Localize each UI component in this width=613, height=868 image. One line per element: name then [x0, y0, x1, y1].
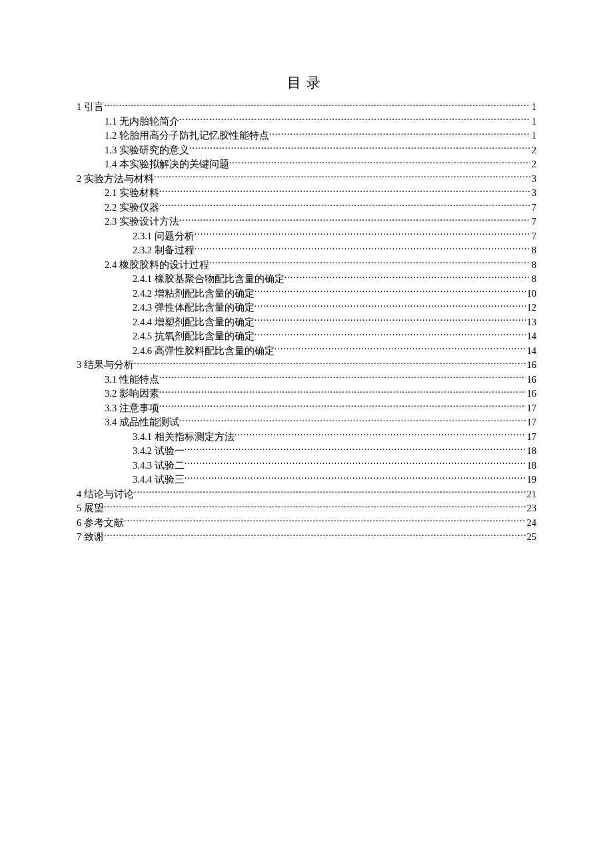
toc-entry-label: 2.4.6 高弹性胶料配比含量的确定	[133, 344, 275, 359]
toc-entry-page: 16	[526, 373, 537, 387]
toc-entry[interactable]: 2.1 实验材料 3	[105, 186, 536, 201]
toc-entry-page: 2	[530, 157, 536, 172]
toc-entry[interactable]: 2.2 实验仪器 7	[105, 201, 536, 215]
toc-leader-dots	[255, 287, 526, 297]
toc-entry-label: 2.4.1 橡胶基聚合物配比含量的确定	[133, 272, 285, 287]
toc-leader-dots	[269, 129, 530, 139]
toc-entry-page: 19	[526, 473, 537, 487]
toc-entry[interactable]: 1.1 无内胎轮简介 1	[105, 115, 536, 129]
toc-entry[interactable]: 7 致谢 25	[77, 530, 536, 545]
toc-entry-page: 1	[530, 129, 536, 143]
toc-entry[interactable]: 2.4.1 橡胶基聚合物配比含量的确定 8	[133, 272, 536, 287]
toc-entry-page: 23	[526, 501, 537, 516]
toc-entry-page: 8	[530, 258, 536, 273]
toc-entry-label: 3.1 性能特点	[105, 373, 159, 387]
toc-entry[interactable]: 2.4.6 高弹性胶料配比含量的确定 14	[133, 344, 536, 359]
toc-entry-page: 16	[526, 387, 537, 401]
toc-entry[interactable]: 2.3.2 制备过程 8	[133, 243, 536, 258]
toc-entry[interactable]: 2.3 实验设计方法 7	[105, 215, 536, 229]
toc-leader-dots	[209, 258, 530, 268]
toc-entry[interactable]: 3.4.1 相关指标测定方法 17	[133, 430, 536, 445]
toc-entry-page: 7	[530, 229, 536, 244]
toc-entry-page: 17	[526, 430, 537, 445]
toc-entry-page: 25	[526, 530, 537, 545]
toc-leader-dots	[255, 330, 526, 340]
toc-entry-page: 18	[526, 459, 537, 473]
toc-entry[interactable]: 1.3 实验研究的意义 2	[105, 143, 536, 158]
toc-entry[interactable]: 1.2 轮胎用高分子防扎记忆胶性能特点 1	[105, 129, 536, 143]
toc-leader-dots	[195, 229, 530, 239]
toc-leader-dots	[255, 301, 526, 311]
toc-entry-page: 17	[526, 401, 537, 416]
toc-leader-dots	[185, 473, 526, 483]
toc-entry[interactable]: 3.1 性能特点 16	[105, 373, 536, 387]
toc-entry[interactable]: 3.3 注意事项 17	[105, 401, 536, 416]
toc-leader-dots	[104, 502, 526, 512]
toc-entry-page: 12	[526, 301, 537, 315]
toc-entry[interactable]: 2 实验方法与材料 3	[77, 172, 536, 187]
toc-leader-dots	[159, 401, 526, 411]
toc-leader-dots	[154, 172, 530, 182]
toc-entry-label: 2.1 实验材料	[105, 186, 159, 201]
toc-entry-page: 3	[530, 172, 536, 187]
toc-entry[interactable]: 1.4 本实验拟解决的关键问题 2	[105, 157, 536, 172]
toc-entry-label: 2.2 实验仪器	[105, 201, 159, 215]
toc-entry[interactable]: 3.2 影响因素 16	[105, 387, 536, 401]
toc-entry[interactable]: 6 参考文献 24	[77, 516, 536, 531]
toc-leader-dots	[229, 158, 530, 168]
page-title: 目录	[77, 73, 536, 92]
toc-entry-label: 2.4 橡胶胶料的设计过程	[105, 258, 209, 273]
toc-entry-label: 1 引言	[77, 100, 104, 115]
toc-entry[interactable]: 2.4.2 增粘剂配比含量的确定 10	[133, 287, 536, 301]
toc-leader-dots	[275, 344, 526, 354]
toc-entry-page: 3	[530, 186, 536, 201]
toc-leader-dots	[104, 101, 530, 111]
toc-leader-dots	[285, 273, 530, 283]
toc-leader-dots	[134, 487, 526, 497]
toc-entry-page: 18	[526, 444, 537, 459]
toc-entry-page: 14	[526, 329, 537, 344]
toc-entry-label: 2.4.3 弹性体配比含量的确定	[133, 301, 255, 315]
table-of-contents: 1 引言 11.1 无内胎轮简介 11.2 轮胎用高分子防扎记忆胶性能特点 11…	[77, 100, 536, 545]
toc-entry[interactable]: 2.3.1 问题分析 7	[133, 229, 536, 244]
toc-leader-dots	[255, 315, 526, 325]
toc-entry[interactable]: 2.4.4 增塑剂配比含量的确定 13	[133, 315, 536, 330]
toc-entry[interactable]: 4 结论与讨论 21	[77, 487, 536, 502]
toc-entry-label: 2.4.4 增塑剂配比含量的确定	[133, 315, 255, 330]
toc-entry-label: 3.4 成品性能测试	[105, 415, 179, 430]
toc-entry[interactable]: 3 结果与分析 16	[77, 358, 536, 373]
toc-entry-label: 5 展望	[77, 501, 104, 516]
toc-entry-page: 21	[526, 487, 537, 502]
toc-entry-page: 2	[530, 143, 536, 158]
toc-entry[interactable]: 2.4 橡胶胶料的设计过程 8	[105, 258, 536, 273]
toc-entry-label: 2.3.1 问题分析	[133, 229, 195, 244]
toc-entry-label: 3.4.1 相关指标测定方法	[133, 430, 235, 445]
toc-entry-page: 16	[526, 358, 537, 373]
toc-leader-dots	[179, 416, 526, 426]
toc-entry[interactable]: 3.4.4 试验三 19	[133, 473, 536, 487]
toc-entry-label: 3.2 影响因素	[105, 387, 159, 401]
toc-entry[interactable]: 3.4.3 试验二 18	[133, 459, 536, 473]
toc-entry[interactable]: 2.4.3 弹性体配比含量的确定 12	[133, 301, 536, 315]
toc-leader-dots	[159, 373, 526, 383]
toc-entry-label: 7 致谢	[77, 530, 104, 545]
toc-leader-dots	[159, 201, 530, 211]
toc-leader-dots	[159, 387, 526, 397]
toc-entry-page: 24	[526, 516, 537, 531]
toc-entry-page: 1	[530, 100, 536, 115]
toc-entry-page: 10	[526, 287, 537, 301]
toc-entry-label: 4 结论与讨论	[77, 487, 134, 502]
toc-leader-dots	[124, 516, 526, 526]
toc-entry-label: 3.3 注意事项	[105, 401, 159, 416]
toc-entry-label: 2.3.2 制备过程	[133, 243, 195, 258]
toc-entry[interactable]: 1 引言 1	[77, 100, 536, 115]
toc-entry[interactable]: 3.4 成品性能测试 17	[105, 415, 536, 430]
toc-entry-label: 6 参考文献	[77, 516, 124, 531]
toc-entry-label: 3.4.3 试验二	[133, 459, 185, 473]
toc-entry-label: 3.4.4 试验三	[133, 473, 185, 487]
toc-entry[interactable]: 3.4.2 试验一 18	[133, 444, 536, 459]
toc-entry[interactable]: 2.4.5 抗氧剂配比含量的确定 14	[133, 329, 536, 344]
toc-entry-page: 14	[526, 344, 537, 359]
toc-entry[interactable]: 5 展望 23	[77, 501, 536, 516]
toc-entry-page: 7	[530, 201, 536, 215]
